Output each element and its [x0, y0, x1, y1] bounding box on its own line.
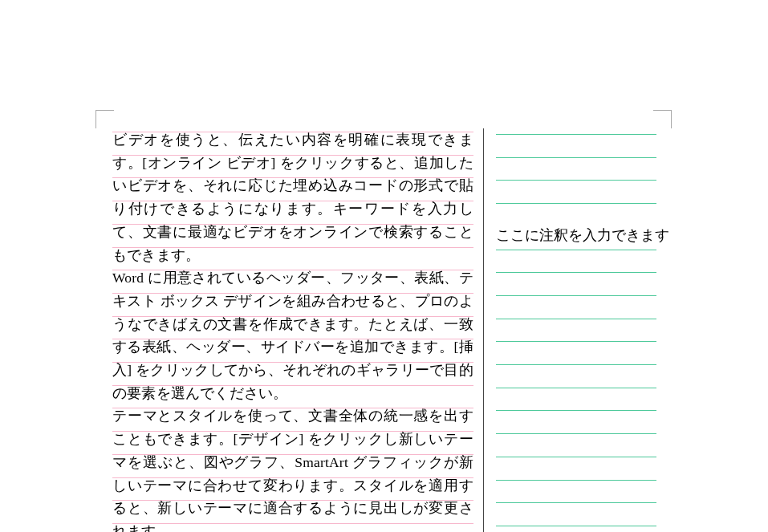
- comment-rule-line: [496, 134, 656, 135]
- comment-rule-line: [496, 319, 656, 319]
- comment-column[interactable]: ここに注釈を入力できます: [496, 224, 661, 247]
- comment-placeholder[interactable]: ここに注釈を入力できます: [496, 227, 669, 243]
- crop-mark-top-left: [95, 110, 114, 128]
- body-paragraph[interactable]: ビデオを使うと、伝えたい内容を明確に表現できます。[オンライン ビデオ] をクリ…: [112, 128, 473, 266]
- comment-rule-line: [496, 250, 656, 250]
- comment-rule-line: [496, 341, 656, 342]
- comment-rule-line: [496, 295, 656, 296]
- comment-rule-line: [496, 526, 656, 526]
- body-paragraph[interactable]: Word に用意されているヘッダー、フッター、表紙、テキスト ボックス デザイン…: [112, 266, 473, 404]
- comment-rule-line: [496, 180, 656, 181]
- comment-rule-line: [496, 157, 656, 158]
- main-text-column[interactable]: ビデオを使うと、伝えたい内容を明確に表現できます。[オンライン ビデオ] をクリ…: [112, 128, 473, 532]
- comment-rule-line: [496, 480, 656, 481]
- comment-rule-line: [496, 388, 656, 388]
- comment-rule-line: [496, 502, 656, 503]
- document-viewport: ビデオを使うと、伝えたい内容を明確に表現できます。[オンライン ビデオ] をクリ…: [0, 0, 768, 532]
- crop-mark-top-right: [653, 110, 672, 128]
- comment-rule-line: [496, 410, 656, 411]
- page: ビデオを使うと、伝えたい内容を明確に表現できます。[オンライン ビデオ] をクリ…: [0, 0, 768, 532]
- body-paragraph[interactable]: テーマとスタイルを使って、文書全体の統一感を出すこともできます。[デザイン] を…: [112, 404, 473, 532]
- comment-rule-line: [496, 272, 656, 273]
- comment-rule-line: [496, 364, 656, 365]
- comment-rule-line: [496, 457, 656, 457]
- comment-rule-line: [496, 203, 656, 204]
- comment-divider: [483, 128, 484, 532]
- comment-rule-line: [496, 433, 656, 434]
